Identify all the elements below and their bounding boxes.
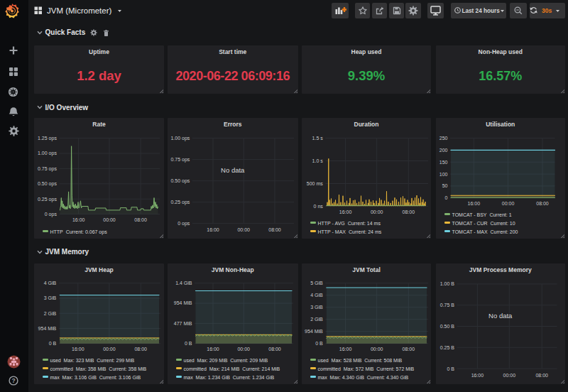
svg-text:0 ops: 0 ops	[45, 212, 58, 217]
svg-text:2 GiB: 2 GiB	[310, 317, 323, 322]
svg-text:0.75 B: 0.75 B	[440, 303, 455, 307]
svg-text:08:00: 08:00	[134, 347, 147, 352]
svg-text:0.25 B: 0.25 B	[440, 345, 455, 350]
svg-text:1.00 ops: 1.00 ops	[38, 151, 57, 156]
svg-text:00:00: 00:00	[502, 201, 515, 206]
svg-text:100: 100	[439, 172, 448, 177]
svg-text:0.50 ops: 0.50 ops	[38, 181, 57, 187]
svg-text:477 MiB: 477 MiB	[174, 321, 192, 326]
svg-text:954 MiB: 954 MiB	[38, 326, 57, 331]
svg-text:1.0 s: 1.0 s	[312, 158, 324, 163]
svg-text:0 B: 0 B	[49, 341, 57, 346]
svg-text:3 GiB: 3 GiB	[310, 305, 323, 310]
svg-text:1.4 GiB: 1.4 GiB	[175, 281, 192, 285]
svg-text:3 GiB: 3 GiB	[44, 295, 57, 300]
svg-text:16:00: 16:00	[471, 373, 484, 378]
svg-text:00:00: 00:00	[237, 347, 250, 352]
svg-text:?: ?	[11, 377, 15, 384]
svg-text:16:00: 16:00	[468, 201, 481, 206]
svg-text:08:00: 08:00	[403, 347, 415, 352]
svg-text:954 MiB: 954 MiB	[305, 329, 323, 334]
svg-text:5 GiB: 5 GiB	[310, 281, 323, 285]
svg-text:00:00: 00:00	[503, 373, 516, 378]
svg-text:0: 0	[445, 195, 448, 200]
svg-text:00:00: 00:00	[103, 217, 116, 222]
svg-text:08:00: 08:00	[536, 201, 549, 206]
svg-text:4 GiB: 4 GiB	[44, 281, 57, 285]
svg-text:200: 200	[439, 148, 448, 153]
svg-text:16:00: 16:00	[339, 209, 352, 214]
svg-text:00:00: 00:00	[371, 347, 383, 352]
svg-text:0.75 ops: 0.75 ops	[38, 166, 57, 172]
svg-text:2 GiB: 2 GiB	[44, 311, 57, 316]
svg-text:0.25 ops: 0.25 ops	[38, 197, 57, 202]
svg-text:00:00: 00:00	[237, 227, 250, 232]
svg-text:0 B: 0 B	[185, 341, 192, 346]
svg-text:0.25 ops: 0.25 ops	[170, 200, 190, 205]
svg-text:00:00: 00:00	[103, 347, 116, 352]
svg-text:16:00: 16:00	[72, 217, 85, 222]
svg-text:1.25 ops: 1.25 ops	[38, 136, 57, 141]
svg-text:08:00: 08:00	[134, 217, 147, 222]
svg-text:0 B: 0 B	[315, 341, 323, 346]
svg-text:0.75 ops: 0.75 ops	[170, 157, 190, 163]
svg-text:1.00 B: 1.00 B	[440, 281, 455, 286]
svg-text:50: 50	[442, 183, 448, 188]
svg-text:0 B: 0 B	[447, 366, 454, 371]
svg-text:500 ms: 500 ms	[307, 181, 323, 186]
svg-text:1.00 ops: 1.00 ops	[170, 136, 190, 141]
svg-text:08:00: 08:00	[535, 373, 548, 378]
svg-text:08:00: 08:00	[268, 227, 281, 232]
svg-text:00:00: 00:00	[371, 209, 383, 214]
svg-text:250: 250	[439, 136, 448, 141]
svg-text:16:00: 16:00	[72, 347, 84, 352]
svg-text:16:00: 16:00	[207, 227, 219, 232]
svg-text:150: 150	[439, 160, 448, 165]
svg-text:0 ns: 0 ns	[314, 204, 324, 209]
svg-text:0.50 B: 0.50 B	[440, 324, 455, 329]
svg-text:4 GiB: 4 GiB	[310, 293, 323, 298]
svg-text:16:00: 16:00	[207, 347, 219, 352]
svg-text:954 MiB: 954 MiB	[174, 300, 192, 305]
svg-text:08:00: 08:00	[403, 209, 415, 214]
svg-text:08:00: 08:00	[268, 347, 281, 352]
svg-text:0.50 ops: 0.50 ops	[170, 178, 190, 184]
svg-text:0 ops: 0 ops	[178, 221, 190, 227]
svg-text:1.5 s: 1.5 s	[312, 136, 324, 141]
svg-text:16:00: 16:00	[339, 347, 352, 352]
